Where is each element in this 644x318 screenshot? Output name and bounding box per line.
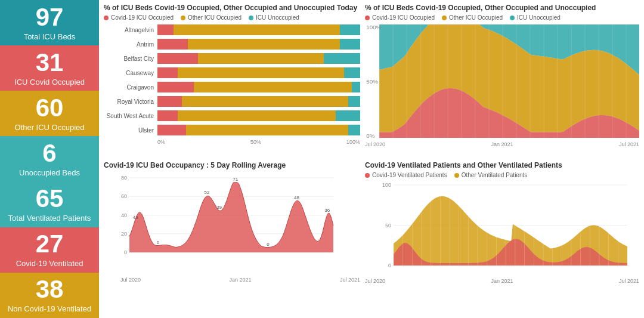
vent-svg: 050100 bbox=[365, 182, 639, 274]
svg-text:36: 36 bbox=[324, 208, 330, 213]
bar-teal bbox=[348, 96, 360, 107]
svg-text:60: 60 bbox=[121, 193, 127, 199]
legend-other-time: Other ICU Occupied bbox=[442, 14, 503, 21]
legend-covid-icu: Covid-19 ICU Occupied bbox=[104, 14, 174, 21]
bar-gold bbox=[188, 39, 340, 50]
svg-text:0: 0 bbox=[267, 242, 270, 247]
icu-time-title: % of ICU Beds Covid-19 Occupied, Other O… bbox=[365, 4, 639, 12]
bar-red bbox=[157, 96, 182, 107]
bar-gold bbox=[178, 110, 336, 121]
bar-teal bbox=[324, 53, 360, 64]
legend-other-icu: Other ICU Occupied bbox=[181, 14, 242, 21]
legend-covid-dot bbox=[104, 16, 109, 20]
x-axis-bar: 0%50%100% bbox=[104, 139, 360, 145]
hospital-bar-row: Royal Victoria bbox=[104, 96, 360, 107]
legend-unoccupied-time: ICU Unoccupied bbox=[510, 14, 561, 21]
hospital-name: Antrim bbox=[104, 41, 157, 48]
svg-text:40: 40 bbox=[121, 212, 127, 218]
bar-gold bbox=[194, 82, 352, 92]
sidebar: 97 Total ICU Beds 31 ICU Covid Occupied … bbox=[0, 0, 99, 318]
bar-red bbox=[157, 67, 178, 78]
bar-teal bbox=[336, 110, 360, 121]
legend-unoccupied-time-label: ICU Unoccupied bbox=[517, 14, 561, 21]
rolling-chart-title: Covid-19 ICU Bed Occupancy : 5 Day Rolli… bbox=[104, 161, 360, 169]
total-vent-number: 65 bbox=[36, 186, 64, 211]
legend-other-vent-dot bbox=[454, 173, 459, 178]
total-icu-label: Total ICU Beds bbox=[24, 32, 76, 41]
rolling-chart-area: 020406080 43052397104836 Jul 2020Jan 202… bbox=[104, 172, 360, 314]
hospital-bar-row: Altnagelvin bbox=[104, 24, 360, 35]
bar-track bbox=[157, 24, 360, 35]
bar-gold bbox=[182, 96, 348, 107]
svg-text:39: 39 bbox=[216, 205, 222, 210]
legend-covid-time-label: Covid-19 ICU Occupied bbox=[372, 14, 435, 21]
legend-covid-vent-dot bbox=[365, 173, 370, 178]
bar-gold bbox=[186, 125, 348, 135]
non-covid-vent-number: 38 bbox=[36, 277, 64, 302]
svg-text:80: 80 bbox=[121, 175, 127, 181]
bar-track bbox=[157, 67, 360, 78]
legend-other-label: Other ICU Occupied bbox=[188, 14, 242, 21]
hospital-name: Causeway bbox=[104, 70, 157, 76]
bar-track bbox=[157, 82, 360, 92]
covid-vent-card: 27 Covid-19 Ventilated bbox=[0, 227, 99, 273]
rolling-svg: 020406080 43052397104836 bbox=[104, 172, 360, 273]
bar-gold bbox=[178, 67, 344, 78]
svg-text:0: 0 bbox=[157, 240, 160, 245]
hospital-bar-row: South West Acute bbox=[104, 110, 360, 121]
total-icu-number: 97 bbox=[36, 5, 64, 30]
hospital-bar-row: Belfast City bbox=[104, 53, 360, 64]
hospital-name: Craigavon bbox=[104, 84, 157, 91]
bar-chart-title: % of ICU Beds Covid-19 Occupied, Other O… bbox=[104, 4, 360, 12]
bar-track bbox=[157, 125, 360, 135]
bar-gold bbox=[198, 53, 324, 64]
hospital-name: Royal Victoria bbox=[104, 98, 157, 105]
bar-teal bbox=[344, 67, 360, 78]
icu-time-svg: 100% 50% 0% bbox=[365, 24, 639, 138]
legend-unoccupied-time-dot bbox=[510, 16, 515, 20]
other-icu-card: 60 Other ICU Occupied bbox=[0, 91, 99, 136]
bar-teal bbox=[352, 82, 360, 92]
svg-text:43: 43 bbox=[133, 215, 138, 220]
svg-text:0: 0 bbox=[124, 249, 127, 255]
icu-time-chart-area: 100% 50% 0% Jul 2020Jan 2021Jul 2021 bbox=[365, 24, 639, 159]
rolling-xaxis: Jul 2020Jan 2021Jul 2021 bbox=[104, 277, 360, 283]
bar-teal bbox=[340, 24, 360, 35]
total-vent-label: Total Ventilated Patients bbox=[8, 214, 91, 223]
dashboard-container: 97 Total ICU Beds 31 ICU Covid Occupied … bbox=[0, 0, 644, 318]
bar-chart: Altnagelvin Antrim Belfast City Causeway… bbox=[104, 24, 360, 159]
icu-time-chart-section: % of ICU Beds Covid-19 Occupied, Other O… bbox=[365, 4, 639, 159]
bar-chart-legend: Covid-19 ICU Occupied Other ICU Occupied… bbox=[104, 14, 360, 21]
hospital-name: Ulster bbox=[104, 127, 157, 134]
hospital-name: Altnagelvin bbox=[104, 27, 157, 33]
svg-text:20: 20 bbox=[121, 231, 127, 237]
bar-red bbox=[157, 125, 186, 135]
hospital-bar-row: Craigavon bbox=[104, 82, 360, 92]
total-vent-card: 65 Total Ventilated Patients bbox=[0, 182, 99, 227]
icu-time-xaxis: Jul 2020Jan 2021Jul 2021 bbox=[365, 141, 639, 147]
svg-text:52: 52 bbox=[205, 190, 210, 195]
rolling-chart-section: Covid-19 ICU Bed Occupancy : 5 Day Rolli… bbox=[104, 161, 360, 314]
main-content: % of ICU Beds Covid-19 Occupied, Other O… bbox=[99, 0, 644, 318]
hospital-name: Belfast City bbox=[104, 55, 157, 62]
hospital-bar-row: Causeway bbox=[104, 67, 360, 78]
other-icu-number: 60 bbox=[36, 95, 64, 121]
bottom-row: Covid-19 ICU Bed Occupancy : 5 Day Rolli… bbox=[104, 161, 639, 314]
legend-unoccupied-dot bbox=[249, 16, 253, 20]
hospital-bar-row: Antrim bbox=[104, 39, 360, 50]
legend-covid-vent-label: Covid-19 Ventilated Patients bbox=[372, 172, 447, 178]
legend-covid-vent: Covid-19 Ventilated Patients bbox=[365, 172, 447, 178]
svg-text:100%: 100% bbox=[366, 24, 381, 30]
vent-chart-title: Covid-19 Ventilated Patients and Other V… bbox=[365, 161, 639, 169]
hospital-bars: Altnagelvin Antrim Belfast City Causeway… bbox=[104, 24, 360, 135]
legend-covid-label: Covid-19 ICU Occupied bbox=[111, 14, 174, 21]
legend-covid-time: Covid-19 ICU Occupied bbox=[365, 14, 435, 21]
legend-other-vent-label: Other Ventilated Patients bbox=[462, 172, 528, 178]
unoccupied-number: 6 bbox=[42, 141, 56, 166]
legend-other-time-dot bbox=[442, 16, 447, 20]
legend-other-dot bbox=[181, 16, 185, 20]
vent-chart-section: Covid-19 Ventilated Patients and Other V… bbox=[365, 161, 639, 314]
svg-text:0: 0 bbox=[388, 263, 391, 268]
icu-covid-card: 31 ICU Covid Occupied bbox=[0, 45, 99, 91]
non-covid-vent-label: Non Covid-19 Ventilated bbox=[8, 304, 91, 313]
